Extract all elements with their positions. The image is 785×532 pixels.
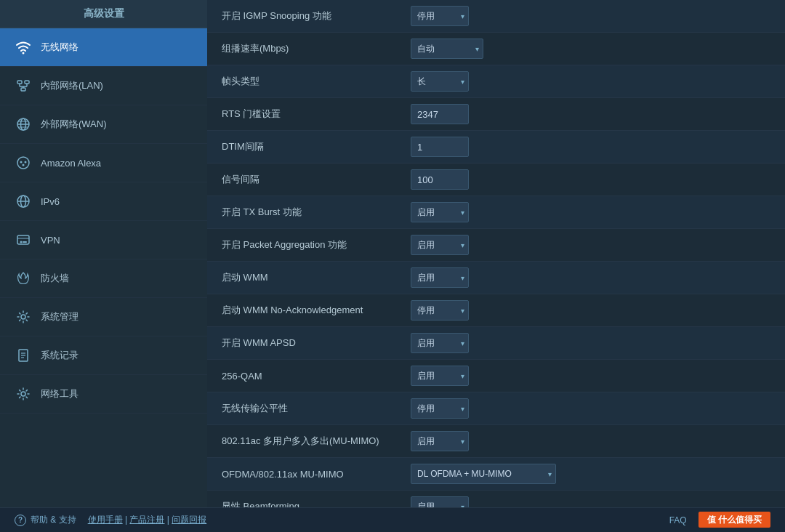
control-wmm-noack: 停用启用 <box>411 300 770 321</box>
input-signal-interval[interactable] <box>411 169 469 190</box>
svg-rect-20 <box>17 235 29 244</box>
select-wrapper-wmmapsd: 启用停用 <box>411 333 469 353</box>
sidebar-item-ipv6[interactable]: IPv6 <box>0 182 207 221</box>
sidebar-label-sysadmin: 系统管理 <box>41 310 78 323</box>
row-packet-agg: 开启 Packet Aggregation 功能 启用停用 <box>207 229 785 262</box>
select-tx-burst[interactable]: 启用停用 <box>411 202 469 222</box>
row-frame-type: 帧头类型 长短 <box>207 65 785 98</box>
row-wmm-noack: 启动 WMM No-Acknowledgement 停用启用 <box>207 294 785 327</box>
input-dtim[interactable] <box>411 137 469 157</box>
row-tx-burst: 开启 TX Burst 功能 启用停用 <box>207 196 785 229</box>
svg-rect-23 <box>23 241 27 243</box>
row-rts: RTS 门槛设置 <box>207 98 785 131</box>
svg-point-13 <box>17 157 29 169</box>
fire-icon <box>13 268 33 289</box>
sidebar-item-syslog[interactable]: 系统记录 <box>0 336 207 375</box>
label-igmp-snooping: 开启 IGMP Snooping 功能 <box>222 9 411 23</box>
alexa-icon <box>13 153 33 173</box>
svg-point-16 <box>23 164 25 166</box>
help-circle-icon: ? <box>15 515 26 526</box>
sidebar-item-firewall[interactable]: 防火墙 <box>0 259 207 298</box>
svg-rect-1 <box>17 81 22 84</box>
footer: ? 帮助 & 支持 使用手册 | 产品注册 | 问题回报 FAQ 值 什么值得买 <box>0 507 785 532</box>
footer-brand: 值 什么值得买 <box>699 514 770 526</box>
sidebar-item-wireless[interactable]: 无线网络 <box>0 28 207 67</box>
footer-link-feedback[interactable]: 问题回报 <box>172 515 206 525</box>
control-tx-fairness: 停用启用 <box>411 398 770 419</box>
label-dtim: DTIM间隔 <box>222 140 411 153</box>
select-wrapper-txfairness: 停用启用 <box>411 398 469 419</box>
gear-icon <box>13 307 33 327</box>
select-wrapper-igmp: 停用启用 <box>411 6 469 26</box>
footer-link-manual[interactable]: 使用手册 <box>88 515 123 525</box>
svg-point-14 <box>20 161 23 164</box>
select-mumimo[interactable]: 启用停用 <box>411 431 469 451</box>
sidebar-label-alexa: Amazon Alexa <box>41 158 101 169</box>
label-ofdma: OFDMA/802.11ax MU-MIMO <box>222 469 411 480</box>
label-tx-fairness: 无线传输公平性 <box>222 402 411 415</box>
svg-rect-3 <box>21 88 25 91</box>
sidebar-item-lan[interactable]: 内部网络(LAN) <box>0 67 207 105</box>
wifi-icon <box>13 37 33 57</box>
select-tx-fairness[interactable]: 停用启用 <box>411 398 469 419</box>
sidebar-label-vpn: VPN <box>41 235 60 246</box>
label-rts: RTS 门槛设置 <box>222 108 411 121</box>
row-signal-interval: 信号间隔 <box>207 164 785 196</box>
select-ofdma[interactable]: DL OFDMA + MU-MIMO DL OFDMA MU-MIMO 停用 <box>411 464 556 484</box>
vpn-icon <box>13 230 33 250</box>
footer-brand-label: 值 什么值得买 <box>699 512 770 528</box>
sidebar-label-nettools: 网络工具 <box>41 387 78 400</box>
select-wmm-noack[interactable]: 停用启用 <box>411 300 469 321</box>
select-explicit-beamforming[interactable]: 启用停用 <box>411 496 469 507</box>
sidebar-item-sysadmin[interactable]: 系统管理 <box>0 298 207 336</box>
sidebar-item-wan[interactable]: 外部网络(WAN) <box>0 105 207 144</box>
control-dtim <box>411 137 770 157</box>
sidebar-header: 高级设置 <box>0 0 207 28</box>
sidebar-item-nettools[interactable]: 网络工具 <box>0 375 207 414</box>
row-mumimo: 802.11ac 多用户多入多出(MU-MIMO) 启用停用 <box>207 425 785 458</box>
select-frame-type[interactable]: 长短 <box>411 71 469 92</box>
footer-links: 使用手册 | 产品注册 | 问题回报 <box>88 514 207 526</box>
row-ofdma: OFDMA/802.11ax MU-MIMO DL OFDMA + MU-MIM… <box>207 458 785 491</box>
ipv6-icon <box>13 191 33 211</box>
select-256qam[interactable]: 启用停用 <box>411 366 469 386</box>
label-mumimo: 802.11ac 多用户多入多出(MU-MIMO) <box>222 435 411 448</box>
row-igmp-snooping: 开启 IGMP Snooping 功能 停用启用 <box>207 0 785 33</box>
svg-rect-2 <box>25 81 29 84</box>
sidebar-label-firewall: 防火墙 <box>41 272 69 285</box>
select-igmp-snooping[interactable]: 停用启用 <box>411 6 469 26</box>
svg-point-22 <box>20 241 23 243</box>
select-packet-agg[interactable]: 启用停用 <box>411 235 469 255</box>
control-256qam: 启用停用 <box>411 366 770 386</box>
input-rts[interactable] <box>411 104 469 124</box>
row-wmm: 启动 WMM 启用停用 <box>207 262 785 294</box>
select-multicast-rate[interactable]: 自动69 <box>411 39 483 59</box>
select-wrapper-wmm: 启用停用 <box>411 267 469 288</box>
label-signal-interval: 信号间隔 <box>222 173 411 186</box>
control-mumimo: 启用停用 <box>411 431 770 451</box>
select-wrapper-frame: 长短 <box>411 71 469 92</box>
select-wrapper-ofdma: DL OFDMA + MU-MIMO DL OFDMA MU-MIMO 停用 <box>411 464 556 484</box>
control-igmp-snooping: 停用启用 <box>411 6 770 26</box>
label-wmm-apsd: 开启 WMM APSD <box>222 336 411 350</box>
select-wmm[interactable]: 启用停用 <box>411 267 469 288</box>
control-ofdma: DL OFDMA + MU-MIMO DL OFDMA MU-MIMO 停用 <box>411 464 770 484</box>
select-wrapper-wmmnoack: 停用启用 <box>411 300 469 321</box>
label-wmm: 启动 WMM <box>222 271 411 284</box>
select-wrapper-packetagg: 启用停用 <box>411 235 469 255</box>
svg-point-0 <box>23 52 25 55</box>
control-packet-agg: 启用停用 <box>411 235 770 255</box>
row-wmm-apsd: 开启 WMM APSD 启用停用 <box>207 327 785 360</box>
sidebar-item-alexa[interactable]: Amazon Alexa <box>0 144 207 182</box>
label-frame-type: 帧头类型 <box>222 75 411 88</box>
footer-faq: FAQ <box>669 515 687 525</box>
svg-point-15 <box>25 161 27 164</box>
row-dtim: DTIM间隔 <box>207 131 785 164</box>
sidebar-label-lan: 内部网络(LAN) <box>41 79 103 92</box>
label-multicast-rate: 组播速率(Mbps) <box>222 42 411 55</box>
control-explicit-beamforming: 启用停用 <box>411 496 770 507</box>
footer-link-registration[interactable]: 产品注册 <box>129 515 164 525</box>
sidebar-item-vpn[interactable]: VPN <box>0 221 207 259</box>
select-wmm-apsd[interactable]: 启用停用 <box>411 333 469 353</box>
sidebar-label-wan: 外部网络(WAN) <box>41 118 107 131</box>
